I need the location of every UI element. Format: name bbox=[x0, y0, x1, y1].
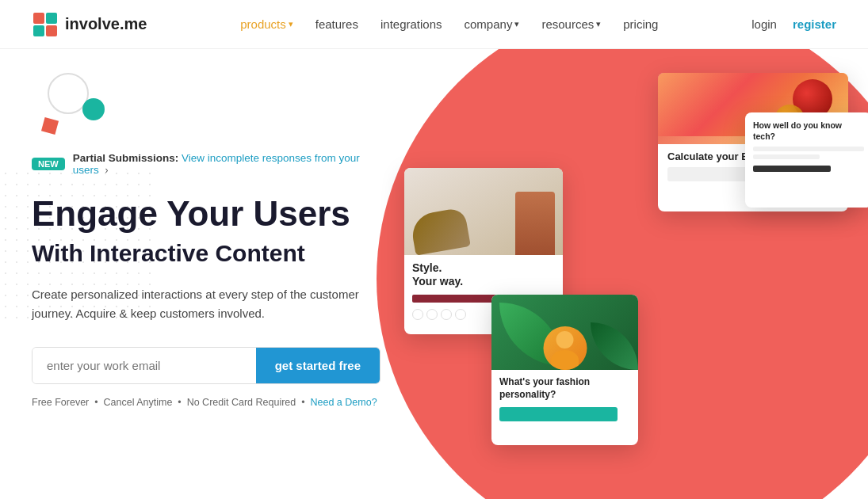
card-style-dot-2 bbox=[426, 309, 438, 320]
card-style-dot-4 bbox=[455, 309, 466, 320]
card-style-title: Style. bbox=[412, 261, 555, 275]
logo-icon bbox=[32, 11, 59, 38]
logo[interactable]: involve.me bbox=[32, 11, 147, 38]
new-badge: NEW bbox=[32, 158, 65, 170]
card-quiz: How well do you know tech? bbox=[745, 112, 868, 208]
footer-note: Free Forever • Cancel Anytime • No Credi… bbox=[32, 397, 380, 408]
card-quiz-sub bbox=[753, 147, 864, 151]
announcement-bar: NEW Partial Submissions: View incomplete… bbox=[32, 152, 380, 176]
announcement-text: Partial Submissions: View incomplete res… bbox=[73, 152, 380, 176]
get-started-button[interactable]: get started free bbox=[256, 348, 380, 383]
card-quiz-sub2 bbox=[753, 154, 820, 159]
svg-rect-2 bbox=[33, 25, 44, 36]
card-quiz-content: How well do you know tech? bbox=[745, 112, 868, 180]
card-fashion-title: What's your fashion personality? bbox=[499, 376, 630, 401]
email-form: get started free bbox=[32, 347, 380, 384]
cards-container: Calculate your BMI Style. bbox=[388, 65, 848, 477]
nav-products[interactable]: products bbox=[240, 17, 293, 31]
announcement-arrow-icon: › bbox=[105, 165, 108, 176]
card-fashion-image bbox=[491, 295, 638, 370]
card-fashion-content: What's your fashion personality? bbox=[491, 370, 638, 428]
nav-pricing[interactable]: pricing bbox=[623, 17, 658, 31]
email-input[interactable] bbox=[33, 348, 256, 383]
svg-rect-3 bbox=[46, 25, 57, 36]
card-style-image bbox=[404, 168, 563, 255]
person-circle bbox=[543, 326, 587, 370]
card-quiz-title: How well do you know tech? bbox=[753, 120, 864, 142]
nav-resources[interactable]: resources bbox=[541, 17, 601, 31]
hero-subheading: With Interactive Content bbox=[32, 239, 380, 268]
navigation: involve.me products features integration… bbox=[0, 0, 868, 49]
footer-cc: No Credit Card Required bbox=[187, 397, 296, 408]
hero-section: NEW Partial Submissions: View incomplete… bbox=[0, 49, 868, 499]
hero-left: NEW Partial Submissions: View incomplete… bbox=[0, 49, 412, 499]
card-fashion: What's your fashion personality? bbox=[491, 295, 638, 445]
nav-auth: login register bbox=[751, 17, 836, 31]
hero-description: Create personalized interactions at ever… bbox=[32, 285, 365, 323]
login-link[interactable]: login bbox=[751, 17, 777, 31]
hero-heading: Engage Your Users bbox=[32, 195, 380, 233]
footer-demo-link[interactable]: Need a Demo? bbox=[311, 397, 377, 408]
card-style-subtitle: Your way. bbox=[412, 275, 555, 288]
footer-cancel: Cancel Anytime bbox=[104, 397, 173, 408]
svg-rect-0 bbox=[33, 13, 44, 24]
card-style-dot-1 bbox=[412, 309, 423, 320]
announcement-bold: Partial Submissions: bbox=[73, 152, 179, 164]
nav-company[interactable]: company bbox=[465, 17, 520, 31]
leaf-shape-2 bbox=[591, 322, 638, 370]
card-style-dot-3 bbox=[441, 309, 452, 320]
logo-text: involve.me bbox=[65, 15, 147, 33]
card-quiz-bar bbox=[753, 166, 831, 172]
shoe-shape bbox=[409, 207, 471, 255]
hero-right: Calculate your BMI Style. bbox=[412, 49, 868, 499]
card-fashion-button bbox=[499, 407, 618, 421]
footer-free: Free Forever bbox=[32, 397, 89, 408]
register-link[interactable]: register bbox=[793, 17, 836, 31]
svg-rect-1 bbox=[46, 13, 57, 24]
card-bmi-input-1 bbox=[667, 167, 751, 181]
nav-integrations[interactable]: integrations bbox=[380, 17, 442, 31]
nav-features[interactable]: features bbox=[315, 17, 358, 31]
nav-links: products features integrations company r… bbox=[240, 17, 658, 31]
pants-shape bbox=[515, 192, 555, 255]
deco-circle-teal bbox=[82, 98, 105, 120]
deco-square-red bbox=[41, 117, 59, 135]
